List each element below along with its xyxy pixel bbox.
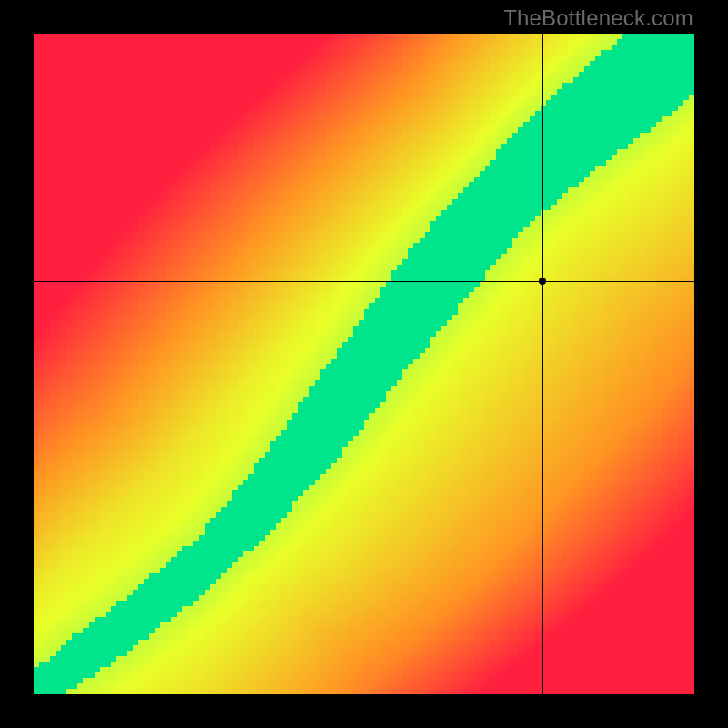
heatmap-plot (34, 34, 694, 694)
chart-frame: TheBottleneck.com (0, 0, 728, 728)
crosshair-horizontal (34, 281, 694, 282)
watermark-text: TheBottleneck.com (503, 5, 693, 31)
heatmap-canvas (34, 34, 694, 694)
marker-dot (539, 278, 546, 285)
crosshair-vertical (542, 34, 543, 694)
